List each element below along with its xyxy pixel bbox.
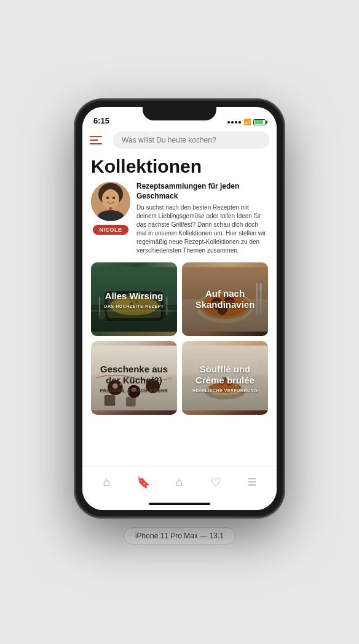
collection-card-3[interactable]: Geschenke aus der Küche(2) PRALINEN, PUN…: [91, 341, 177, 415]
signal-dot-2: [231, 121, 234, 124]
status-time: 6:15: [93, 116, 109, 127]
search-bar: [82, 129, 277, 152]
list-icon: ☰: [248, 476, 256, 488]
home-bar: [149, 503, 210, 505]
home2-icon: ⌂: [176, 475, 183, 489]
content-area: Kollektionen: [82, 152, 277, 466]
heart-icon: ♡: [210, 475, 221, 490]
page-title: Kollektionen: [82, 152, 277, 182]
profile-name-badge: NICOLE: [93, 225, 128, 235]
home-indicator: [82, 498, 277, 510]
card-title-1: Alles Wirsing: [105, 291, 164, 302]
wifi-icon: 📶: [243, 119, 251, 125]
home1-icon: ⌂: [103, 475, 111, 489]
svg-point-5: [106, 197, 109, 199]
card-subtitle-3: PRALINEN, PUNSCH & MEHR: [100, 388, 168, 393]
nav-book[interactable]: 🔖: [131, 470, 156, 495]
signal-dot-4: [239, 121, 241, 124]
hamburger-line-2: [90, 139, 98, 141]
nav-home-2[interactable]: ⌂: [167, 470, 192, 495]
battery-icon: [253, 119, 266, 125]
hamburger-line-3: [90, 143, 102, 144]
hamburger-line-1: [90, 136, 102, 137]
nav-heart[interactable]: ♡: [203, 470, 228, 495]
signal-indicator: [227, 121, 241, 124]
card-title-3: Geschenke aus der Küche(2): [96, 364, 172, 386]
status-icons: 📶: [227, 119, 266, 127]
profile-section: NICOLE Rezeptsammlungen für jeden Geschm…: [82, 182, 277, 262]
card-subtitle-4: HIMMLISCHE VERFÜHRUNG: [192, 388, 258, 393]
nav-home-1[interactable]: ⌂: [95, 470, 119, 495]
nav-list[interactable]: ☰: [240, 470, 264, 495]
card-content-2: Auf nach Skandinavien: [182, 262, 268, 336]
signal-dot-1: [227, 121, 230, 124]
device-label: iPhone 11 Pro Max — 13.1: [124, 527, 235, 544]
card-title-2: Auf nach Skandinavien: [187, 288, 263, 310]
profile-left: NICOLE: [91, 182, 130, 235]
signal-dot-3: [235, 121, 237, 124]
search-row: [90, 132, 269, 149]
avatar-image: [91, 182, 130, 221]
collection-card-2[interactable]: Auf nach Skandinavien: [182, 262, 268, 336]
card-title-4: Soufflé und Crème brulée: [187, 364, 263, 386]
collection-card-4[interactable]: Soufflé und Crème brulée HIMMLISCHE VERF…: [182, 341, 268, 415]
svg-point-7: [109, 207, 112, 211]
profile-heading: Rezeptsammlungen für jeden Geschmack: [136, 182, 268, 201]
card-content-1: Alles Wirsing DAS HOCHZEITS-REZEPT: [91, 262, 177, 336]
card-content-4: Soufflé und Crème brulée HIMMLISCHE VERF…: [182, 341, 268, 415]
svg-point-6: [112, 197, 115, 199]
profile-text: Rezeptsammlungen für jeden Geschmack Du …: [136, 182, 268, 255]
battery-fill: [254, 120, 263, 124]
svg-point-2: [102, 189, 119, 209]
profile-description: Du suchst nach den besten Rezepten mit d…: [136, 203, 268, 255]
phone-frame: 6:15 📶: [75, 100, 284, 517]
notch: [143, 107, 216, 120]
card-subtitle-1: DAS HOCHZEITS-REZEPT: [104, 304, 164, 308]
collection-grid: Alles Wirsing DAS HOCHZEITS-REZEPT: [82, 262, 277, 415]
bottom-navigation: ⌂ 🔖 ⌂ ♡ ☰: [82, 466, 277, 498]
card-content-3: Geschenke aus der Küche(2) PRALINEN, PUN…: [91, 341, 177, 415]
menu-button[interactable]: [90, 132, 107, 149]
avatar: [91, 182, 130, 221]
phone-screen: 6:15 📶: [82, 107, 277, 510]
phone-wrapper: 6:15 📶: [0, 0, 359, 644]
collection-card-1[interactable]: Alles Wirsing DAS HOCHZEITS-REZEPT: [91, 262, 177, 336]
book-icon: 🔖: [136, 476, 150, 489]
search-input[interactable]: [113, 132, 269, 149]
